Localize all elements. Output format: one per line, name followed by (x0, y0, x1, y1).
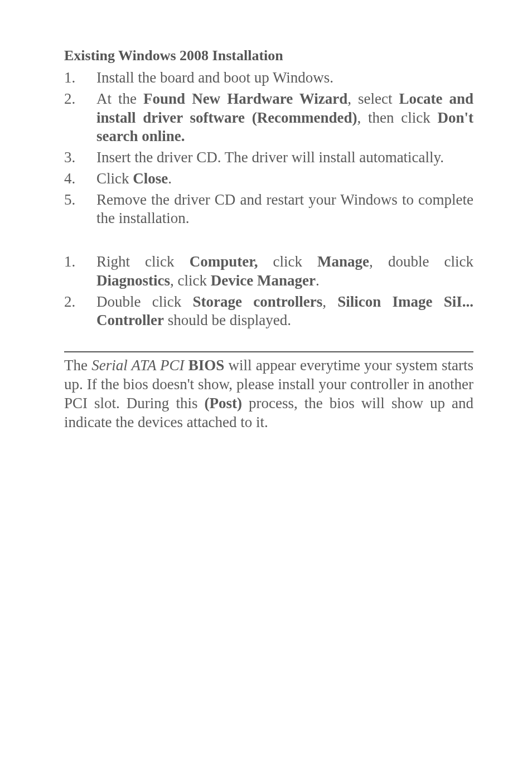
bold-text: Computer, (190, 253, 258, 270)
list-item: 2. Double click Storage controllers, Sil… (64, 293, 473, 331)
paragraph: The Serial ATA PCI BIOS will appear ever… (64, 356, 473, 432)
list-item: 4. Click Close. (64, 170, 473, 188)
bold-text: Close (133, 170, 168, 187)
text: Right click (96, 253, 190, 270)
bold-text: Storage controllers (192, 293, 322, 310)
spacer (64, 230, 473, 253)
list-text: Right click Computer, click Manage, doub… (96, 253, 473, 291)
italic-text: Serial ATA PCI (91, 357, 184, 374)
list-item: 3. Insert the driver CD. The driver will… (64, 148, 473, 167)
text: click (258, 253, 317, 270)
list-number: 1. (64, 69, 96, 88)
list-number: 3. (64, 148, 96, 167)
text: should be displayed. (164, 312, 291, 328)
text: , double click (369, 253, 473, 270)
divider (64, 351, 473, 352)
list-number: 4. (64, 170, 96, 188)
text: . (316, 272, 320, 289)
bold-text: BIOS (188, 357, 225, 374)
list-text: Install the board and boot up Windows. (96, 69, 473, 88)
list-item: 5. Remove the driver CD and restart your… (64, 191, 473, 229)
bold-text: Device Manager (211, 272, 316, 289)
list-number: 1. (64, 253, 96, 291)
list-number: 2. (64, 90, 96, 146)
text: Click (96, 170, 133, 187)
list-number: 2. (64, 293, 96, 331)
list-text: At the Found New Hardware Wizard, select… (96, 90, 473, 146)
bold-text: (Post) (204, 395, 241, 412)
text: , click (170, 272, 211, 289)
text: , select (347, 90, 399, 107)
list-item: 1. Right click Computer, click Manage, d… (64, 253, 473, 291)
section-heading: Existing Windows 2008 Installation (64, 47, 473, 64)
list-item: 2. At the Found New Hardware Wizard, sel… (64, 90, 473, 146)
bold-text: Found New Hardware Wizard (143, 90, 347, 107)
text: At the (96, 90, 143, 107)
text: , (322, 293, 337, 310)
bold-text: Diagnostics (96, 272, 170, 289)
text: The (64, 357, 91, 374)
list-text: Double click Storage controllers, Silico… (96, 293, 473, 331)
list-text: Click Close. (96, 170, 473, 188)
list-text: Insert the driver CD. The driver will in… (96, 148, 473, 167)
text (185, 357, 188, 374)
text: , then click (357, 109, 438, 126)
list-item: 1. Install the board and boot up Windows… (64, 69, 473, 88)
text: . (168, 170, 172, 187)
text: Double click (96, 293, 192, 310)
list-text: Remove the driver CD and restart your Wi… (96, 191, 473, 229)
list-number: 5. (64, 191, 96, 229)
bold-text: Manage (317, 253, 369, 270)
